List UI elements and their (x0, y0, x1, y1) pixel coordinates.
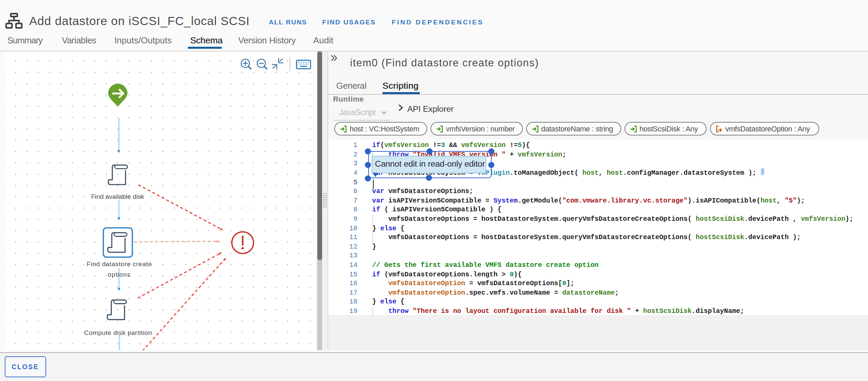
svg-text:Find datastore create: Find datastore create (87, 260, 152, 268)
svg-text:Find available disk: Find available disk (91, 193, 144, 200)
svg-text:Compute disk partition: Compute disk partition (84, 329, 152, 336)
svg-text:options: options (108, 271, 131, 278)
